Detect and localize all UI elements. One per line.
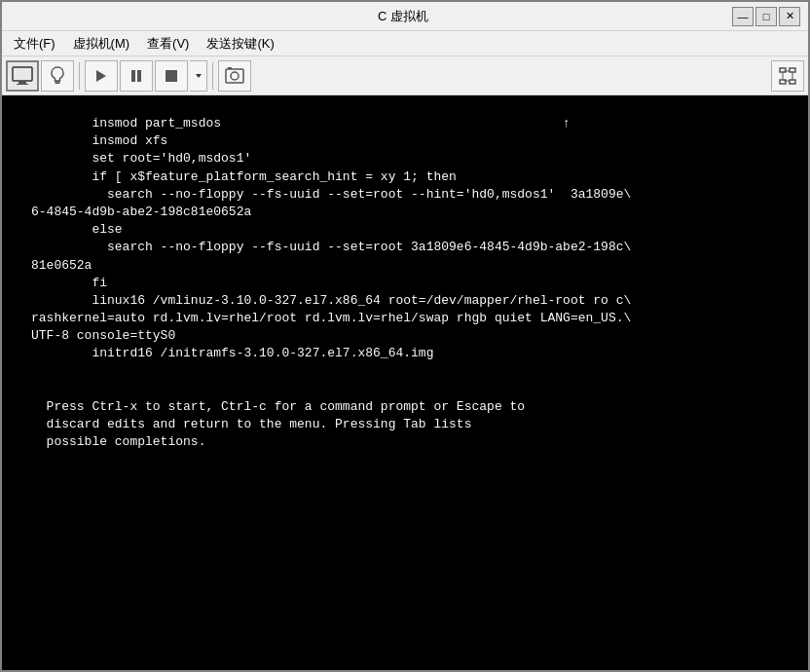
title-controls: — □ ✕ <box>732 7 800 26</box>
svg-rect-14 <box>790 68 795 72</box>
main-window: C 虚拟机 — □ ✕ 文件(F) 虚拟机(M) 查看(V) 发送按键(K) <box>0 0 810 672</box>
snapshot-button[interactable] <box>218 60 251 92</box>
power-dropdown-button[interactable] <box>190 60 207 92</box>
lightbulb-icon <box>48 65 67 87</box>
title-bar: C 虚拟机 — □ ✕ <box>2 2 808 31</box>
play-button[interactable] <box>85 60 118 92</box>
svg-rect-0 <box>13 67 32 81</box>
maximize-button[interactable]: □ <box>755 7 777 26</box>
svg-rect-2 <box>17 84 28 85</box>
svg-rect-10 <box>226 69 243 83</box>
svg-rect-6 <box>131 70 135 82</box>
terminal-output: insmod part_msdos ↑ insmod xfs set root=… <box>2 115 808 660</box>
lightbulb-button[interactable] <box>41 60 74 92</box>
toolbar-right <box>771 60 804 92</box>
chevron-down-icon <box>194 71 203 81</box>
svg-marker-9 <box>196 74 202 78</box>
menu-send-keys[interactable]: 发送按键(K) <box>199 33 281 55</box>
svg-rect-16 <box>790 80 795 84</box>
menu-bar: 文件(F) 虚拟机(M) 查看(V) 发送按键(K) <box>2 31 808 56</box>
snapshot-icon <box>225 66 244 86</box>
toolbar-separator-1 <box>79 62 80 90</box>
stop-icon <box>164 68 179 84</box>
svg-rect-11 <box>228 67 232 69</box>
vm-screen[interactable]: insmod part_msdos ↑ insmod xfs set root=… <box>2 95 808 670</box>
stop-button[interactable] <box>155 60 188 92</box>
toolbar <box>2 56 808 95</box>
svg-rect-7 <box>137 70 141 82</box>
menu-vm[interactable]: 虚拟机(M) <box>65 33 138 55</box>
svg-rect-1 <box>18 81 26 84</box>
menu-file[interactable]: 文件(F) <box>6 33 63 55</box>
svg-rect-3 <box>55 81 60 83</box>
svg-marker-5 <box>96 70 106 82</box>
fullscreen-button[interactable] <box>771 60 804 92</box>
fullscreen-icon <box>778 66 797 86</box>
pause-icon <box>129 68 144 84</box>
toolbar-separator-2 <box>212 62 213 90</box>
play-icon <box>93 68 109 84</box>
window-title: C 虚拟机 <box>74 8 732 25</box>
svg-rect-8 <box>166 70 177 82</box>
close-button[interactable]: ✕ <box>779 7 800 26</box>
pause-button[interactable] <box>120 60 153 92</box>
svg-rect-4 <box>55 82 60 84</box>
screen-icon <box>12 66 33 86</box>
screen-button[interactable] <box>6 60 39 92</box>
menu-view[interactable]: 查看(V) <box>139 33 197 55</box>
minimize-button[interactable]: — <box>732 7 754 26</box>
svg-point-12 <box>231 72 239 80</box>
